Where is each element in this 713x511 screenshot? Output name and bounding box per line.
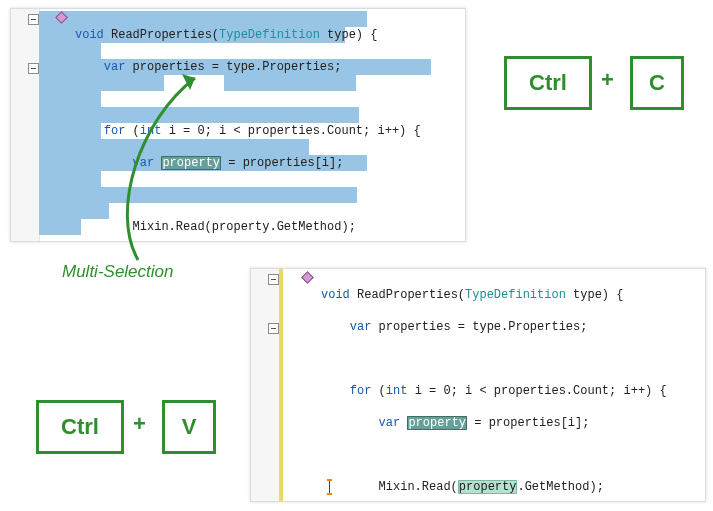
gutter — [11, 9, 40, 241]
key-c: C — [630, 56, 684, 110]
code-token: .GetMethod); — [517, 480, 603, 494]
code-token: void — [75, 28, 104, 42]
code-content[interactable]: void ReadProperties(TypeDefinition type)… — [39, 11, 465, 241]
code-token: .GetMethod); — [269, 220, 355, 234]
code-token: = properties[i]; — [467, 416, 589, 430]
fold-minus-icon[interactable] — [28, 14, 39, 25]
code-token: ( — [125, 124, 139, 138]
key-v: V — [162, 400, 216, 454]
code-token: var — [75, 60, 125, 74]
code-token: properties = type.Properties; — [125, 60, 341, 74]
label-multi-selection: Multi-Selection — [62, 262, 174, 282]
code-token: Mixin.Read( — [321, 480, 458, 494]
code-token: i = 0; i < properties.Count; i++) { — [161, 124, 420, 138]
code-token: i = 0; i < properties.Count; i++) { — [407, 384, 666, 398]
change-bar — [279, 269, 283, 501]
fold-minus-icon[interactable] — [268, 323, 279, 334]
code-editor-bottom[interactable]: void ReadProperties(TypeDefinition type)… — [250, 268, 706, 502]
code-token: void — [321, 288, 350, 302]
code-content[interactable]: void ReadProperties(TypeDefinition type)… — [279, 271, 705, 501]
code-token: TypeDefinition — [465, 288, 566, 302]
key-ctrl: Ctrl — [504, 56, 592, 110]
code-token: properties = type.Properties; — [371, 320, 587, 334]
method-icon — [55, 12, 67, 22]
code-token: var — [75, 156, 154, 170]
caret-icon — [329, 481, 330, 493]
code-token: TypeDefinition — [219, 28, 320, 42]
code-token: var — [321, 320, 371, 334]
plus-icon: + — [133, 411, 146, 437]
plus-icon: + — [601, 67, 614, 93]
code-token: ReadProperties( — [350, 288, 465, 302]
code-token: int — [386, 384, 408, 398]
code-token: int — [140, 124, 162, 138]
code-token: ReadProperties( — [104, 28, 219, 42]
gutter — [251, 269, 280, 501]
code-editor-top[interactable]: void ReadProperties(TypeDefinition type)… — [10, 8, 466, 242]
code-token: for — [75, 124, 125, 138]
code-token: Mixin.Read( — [75, 220, 212, 234]
code-token: type) { — [320, 28, 378, 42]
code-token: var — [321, 416, 400, 430]
highlight-occurrence: property — [458, 480, 518, 494]
highlight-primary: property — [407, 416, 467, 430]
highlight-primary: property — [161, 156, 221, 170]
code-token: = properties[i]; — [221, 156, 343, 170]
code-token: for — [321, 384, 371, 398]
code-token: type) { — [566, 288, 624, 302]
code-token: property — [212, 220, 270, 234]
fold-minus-icon[interactable] — [268, 274, 279, 285]
fold-minus-icon[interactable] — [28, 63, 39, 74]
method-icon — [301, 272, 313, 282]
code-token: ( — [371, 384, 385, 398]
key-ctrl: Ctrl — [36, 400, 124, 454]
